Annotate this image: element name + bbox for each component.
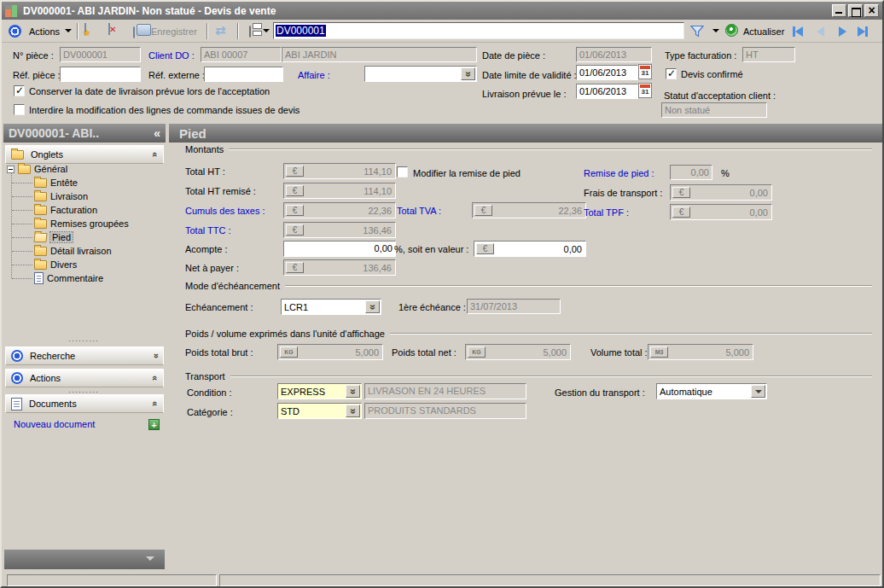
- recherche-expand-icon[interactable]: [153, 351, 158, 361]
- poids-brut-label: Poids total brut :: [185, 347, 253, 358]
- print-dropdown-arrow[interactable]: [263, 29, 270, 32]
- categorie-combo-chevron-icon[interactable]: [346, 405, 360, 417]
- document-number-input[interactable]: DV000001: [273, 22, 684, 39]
- new-document-icon[interactable]: [84, 23, 86, 35]
- tree-item-general[interactable]: Général: [3, 162, 164, 176]
- kg-unit-icon: KG: [468, 346, 486, 358]
- print-icon[interactable]: [249, 26, 251, 38]
- close-button[interactable]: [864, 4, 879, 17]
- date-piece-label: Date de pièce :: [482, 50, 545, 61]
- total-ttc-label[interactable]: Total TTC :: [185, 225, 231, 236]
- date-limite-calendar-icon[interactable]: 31: [638, 64, 652, 79]
- sidebar-splitter[interactable]: ·········: [3, 338, 164, 343]
- documents-panel-title: Documents: [29, 399, 77, 409]
- nav-next-button[interactable]: [835, 25, 850, 38]
- documents-collapse-icon[interactable]: [153, 399, 158, 409]
- refresh-document-icon[interactable]: ⇄: [215, 24, 226, 38]
- status-cell-right: [219, 574, 881, 586]
- interdire-checkbox[interactable]: [14, 104, 25, 115]
- affaire-combo[interactable]: [364, 66, 477, 82]
- tree-item-livraison[interactable]: Livraison: [3, 189, 164, 203]
- ref-externe-input[interactable]: [204, 67, 283, 82]
- refresh-data-label[interactable]: Actualiser: [743, 26, 784, 37]
- onglets-collapse-icon[interactable]: [153, 149, 158, 160]
- tree-item-detail-livraison[interactable]: Détail livraison: [3, 244, 164, 258]
- condition-combo-chevron-icon[interactable]: [346, 385, 360, 398]
- nav-last-button[interactable]: [855, 25, 870, 38]
- actions-dropdown-arrow[interactable]: [65, 29, 72, 32]
- condition-combo[interactable]: EXPRESS: [277, 383, 362, 399]
- pct-valeur-label: %, soit en valeur :: [394, 244, 468, 254]
- filter-dropdown-arrow[interactable]: [712, 29, 719, 32]
- pied-title: Pied: [179, 126, 206, 141]
- gestion-transport-combo[interactable]: Automatique: [656, 383, 767, 399]
- new-document-link[interactable]: Nouveau document: [14, 419, 95, 429]
- sidebar-header-bar: DV000001- ABI.. «: [3, 124, 166, 143]
- sidebar-collapse-icon[interactable]: «: [154, 126, 160, 140]
- euro-icon: €: [476, 243, 494, 254]
- actions-collapse-icon[interactable]: [153, 373, 158, 383]
- date-limite-input[interactable]: 01/06/2013: [576, 65, 638, 80]
- refresh-data-icon[interactable]: [725, 24, 738, 37]
- actions-menu-button[interactable]: Actions: [29, 26, 60, 37]
- document-header-form: N° pièce : DV000001 Client DO : ABI 0000…: [2, 43, 882, 124]
- actions-panel-header[interactable]: Actions: [5, 369, 164, 387]
- sidebar-header-title: DV000001- ABI..: [9, 126, 99, 140]
- add-document-icon[interactable]: [148, 419, 160, 430]
- condition-label: Condition :: [187, 387, 232, 398]
- application-window: DV000001- ABI JARDIN- Non statué - Devis…: [0, 0, 884, 588]
- total-tpf-field: € 0,00: [670, 204, 772, 220]
- save-icon[interactable]: [133, 26, 135, 38]
- folder-icon: [34, 192, 47, 201]
- tree-item-entete[interactable]: Entête: [3, 176, 164, 189]
- cumuls-taxes-label[interactable]: Cumuls des taxes :: [185, 206, 265, 216]
- tree-item-facturation[interactable]: Facturation: [3, 203, 164, 217]
- livraison-prevue-input[interactable]: 01/06/2013: [576, 84, 638, 99]
- client-do-label[interactable]: Client DO :: [148, 50, 195, 61]
- remise-pied-percent-suffix: %: [721, 168, 730, 178]
- volume-total-field: M3 5,000: [648, 344, 753, 360]
- conserver-checkbox[interactable]: [14, 85, 25, 96]
- affaire-label[interactable]: Affaire :: [298, 70, 330, 80]
- folder-icon: [34, 260, 47, 270]
- tree-item-commentaire[interactable]: Commentaire: [3, 271, 164, 285]
- tree-item-divers[interactable]: Divers: [3, 258, 164, 271]
- status-bar: [2, 573, 882, 588]
- livraison-calendar-icon[interactable]: 31: [638, 83, 652, 98]
- maximize-button[interactable]: [848, 4, 863, 17]
- filter-icon[interactable]: [689, 24, 705, 38]
- num-piece-label: N° pièce :: [13, 50, 54, 61]
- client-code-field: ABI 00007: [201, 47, 282, 62]
- onglets-panel-header[interactable]: Onglets: [5, 145, 164, 164]
- echeancement-combo-chevron-icon[interactable]: [365, 300, 380, 313]
- documents-panel-header[interactable]: Documents: [5, 394, 164, 413]
- pct-valeur-input[interactable]: € 0,00: [474, 241, 586, 257]
- devis-confirme-checkbox[interactable]: [666, 68, 677, 79]
- echeancement-combo[interactable]: LCR1: [281, 299, 381, 315]
- nav-previous-button[interactable]: [812, 25, 828, 38]
- save-button-label[interactable]: Enregistrer: [151, 26, 197, 37]
- total-tpf-label[interactable]: Total TPF :: [584, 207, 629, 218]
- tree-item-remises-groupees[interactable]: Remises groupées: [3, 217, 164, 230]
- poids-net-label: Poids total net :: [392, 347, 457, 358]
- sidebar-bottom-bar[interactable]: [4, 550, 165, 569]
- tree-item-pied[interactable]: Pied: [3, 230, 164, 244]
- remise-pied-label[interactable]: Remise de pied :: [584, 168, 654, 178]
- total-tva-label[interactable]: Total TVA :: [397, 206, 441, 216]
- categorie-combo[interactable]: STD: [277, 403, 362, 419]
- ref-piece-input[interactable]: [60, 67, 141, 82]
- nav-first-button[interactable]: [790, 25, 805, 38]
- gestion-combo-arrow-icon[interactable]: [751, 385, 765, 398]
- collapse-expander-icon[interactable]: [7, 166, 15, 173]
- modifier-remise-checkbox[interactable]: [397, 166, 408, 178]
- remise-pied-field: 0,00: [670, 165, 712, 180]
- minimize-button[interactable]: [832, 4, 846, 17]
- folder-icon: [34, 178, 47, 188]
- delete-icon[interactable]: [108, 23, 110, 35]
- acompte-input[interactable]: 0,00: [283, 241, 396, 257]
- folder-icon: [18, 165, 31, 174]
- acompte-label: Acompte :: [185, 244, 228, 254]
- recherche-panel-header[interactable]: Recherche: [5, 346, 164, 365]
- affaire-combo-chevron-icon[interactable]: [461, 67, 475, 80]
- euro-icon: €: [286, 262, 304, 273]
